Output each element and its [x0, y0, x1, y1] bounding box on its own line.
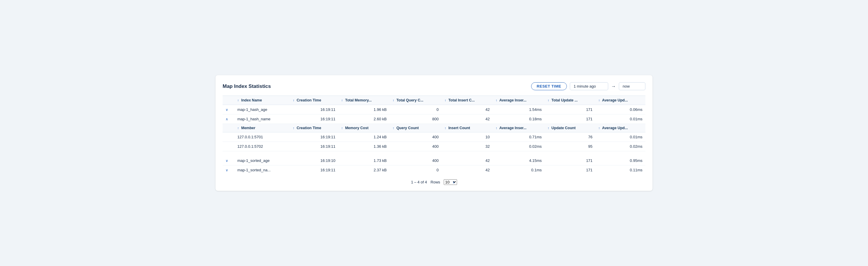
sub-cell-query-count: 400: [390, 142, 442, 151]
cell-avg-update: 0.01ms: [595, 114, 645, 124]
header-controls: RESET TIME →: [531, 82, 645, 90]
col-avg-update[interactable]: ↑ Average Upd...: [595, 96, 645, 105]
col-total-update[interactable]: ↑ Total Update ...: [545, 96, 595, 105]
cell-total-query: 0: [390, 165, 442, 175]
arrow-icon: →: [611, 84, 616, 89]
time-to-input[interactable]: [619, 82, 645, 90]
rows-label: Rows: [430, 180, 440, 184]
sort-icon-memory-cost: ↑: [341, 126, 343, 130]
sub-col-toggle: [223, 124, 235, 132]
expand-toggle-row2[interactable]: ∧: [223, 114, 235, 124]
sort-icon-total-insert: ↑: [445, 99, 446, 102]
reset-time-button[interactable]: RESET TIME: [531, 82, 567, 90]
sub-header-row: ↑ Member ↑ Creation Time ↑ Memory Cost ↑…: [223, 124, 645, 132]
sort-icon-total-update: ↑: [548, 99, 550, 102]
col-avg-insert[interactable]: ↑ Average Inser...: [493, 96, 545, 105]
sub-cell-update-count: 95: [545, 142, 595, 151]
spacer-row: [223, 151, 645, 156]
sub-col-avg-insert[interactable]: ↑ Average Inser...: [493, 124, 545, 132]
cell-avg-insert: 0.1ms: [493, 165, 545, 175]
cell-total-query: 400: [390, 156, 442, 165]
sub-cell-creation-time: 16:19:11: [290, 132, 338, 142]
sub-cell-creation-time: 16:19:11: [290, 142, 338, 151]
sub-table-row: 127.0.0.1:5702 16:19:11 1.36 kB 400 32 0…: [223, 142, 645, 151]
sub-cell-update-count: 76: [545, 132, 595, 142]
cell-creation-time: 16:19:11: [290, 114, 338, 124]
cell-total-query: 0: [390, 105, 442, 114]
page-title: Map Index Statistics: [223, 84, 271, 89]
sub-table-row: 127.0.0.1:5701 16:19:11 1.24 kB 400 10 0…: [223, 132, 645, 142]
cell-creation-time: 16:19:10: [290, 156, 338, 165]
col-total-query[interactable]: ↑ Total Query C...: [390, 96, 442, 105]
sub-row-toggle: [223, 132, 235, 142]
cell-index-name: map-1_sorted_na...: [235, 165, 290, 175]
sub-col-creation-time[interactable]: ↑ Creation Time: [290, 124, 338, 132]
sort-icon-query-count: ↑: [393, 126, 395, 130]
time-from-input[interactable]: [570, 82, 608, 90]
sub-cell-member: 127.0.0.1:5702: [235, 142, 290, 151]
cell-total-memory: 1.73 kB: [338, 156, 390, 165]
sub-cell-avg-update: 0.01ms: [595, 132, 645, 142]
sub-cell-memory-cost: 1.24 kB: [338, 132, 390, 142]
sub-col-insert-count[interactable]: ↑ Insert Count: [442, 124, 493, 132]
sub-col-member[interactable]: ↑ Member: [235, 124, 290, 132]
sub-cell-insert-count: 32: [442, 142, 493, 151]
sub-cell-avg-insert: 0.71ms: [493, 132, 545, 142]
sub-cell-memory-cost: 1.36 kB: [338, 142, 390, 151]
cell-index-name: map-1_hash_name: [235, 114, 290, 124]
cell-total-update: 171: [545, 105, 595, 114]
sort-icon-total-memory: ↑: [341, 99, 343, 102]
sub-cell-insert-count: 10: [442, 132, 493, 142]
pagination-info: 1 – 4 of 4: [411, 180, 427, 184]
sort-icon-index-name: ↑: [237, 99, 239, 102]
col-toggle: [223, 96, 235, 105]
cell-total-update: 171: [545, 156, 595, 165]
sub-cell-avg-insert: 0.02ms: [493, 142, 545, 151]
sub-col-update-count[interactable]: ↑ Update Count: [545, 124, 595, 132]
sort-icon-avg-update: ↑: [598, 99, 600, 102]
cell-avg-insert: 1.54ms: [493, 105, 545, 114]
table-row: ∨ map-1_sorted_na... 16:19:11 2.37 kB 0 …: [223, 165, 645, 175]
col-creation-time[interactable]: ↑ Creation Time: [290, 96, 338, 105]
cell-total-insert: 42: [442, 105, 493, 114]
cell-total-update: 171: [545, 165, 595, 175]
cell-total-insert: 42: [442, 114, 493, 124]
expand-toggle-row4[interactable]: ∨: [223, 165, 235, 175]
pagination-bar: 1 – 4 of 4 Rows 10 25 50 100: [223, 179, 645, 185]
col-index-name[interactable]: ↑ Index Name: [235, 96, 290, 105]
col-total-insert[interactable]: ↑ Total Insert C...: [442, 96, 493, 105]
table-row: ∧ map-1_hash_name 16:19:11 2.60 kB 800 4…: [223, 114, 645, 124]
sort-icon-sub-creation-time: ↑: [293, 126, 294, 130]
cell-index-name: map-1_sorted_age: [235, 156, 290, 165]
rows-per-page-select[interactable]: 10 25 50 100: [444, 179, 457, 185]
sort-icon-sub-avg-update: ↑: [598, 126, 600, 130]
cell-total-insert: 42: [442, 165, 493, 175]
cell-index-name: map-1_hash_age: [235, 105, 290, 114]
sub-col-memory-cost[interactable]: ↑ Memory Cost: [338, 124, 390, 132]
statistics-table: ↑ Index Name ↑ Creation Time ↑ Total Mem…: [223, 96, 645, 174]
sub-col-avg-update[interactable]: ↑ Average Upd...: [595, 124, 645, 132]
cell-avg-insert: 4.15ms: [493, 156, 545, 165]
sort-icon-sub-avg-insert: ↑: [496, 126, 497, 130]
sort-icon-creation-time: ↑: [293, 99, 294, 102]
sort-icon-insert-count: ↑: [445, 126, 446, 130]
cell-total-query: 800: [390, 114, 442, 124]
table-row: ∨ map-1_hash_age 16:19:11 1.96 kB 0 42 1…: [223, 105, 645, 114]
sub-cell-query-count: 400: [390, 132, 442, 142]
cell-avg-update: 0.06ms: [595, 105, 645, 114]
cell-creation-time: 16:19:11: [290, 105, 338, 114]
cell-total-memory: 2.60 kB: [338, 114, 390, 124]
sub-cell-member: 127.0.0.1:5701: [235, 132, 290, 142]
cell-creation-time: 16:19:11: [290, 165, 338, 175]
map-index-statistics-card: Map Index Statistics RESET TIME → ↑ Inde…: [216, 75, 652, 191]
expand-toggle-row3[interactable]: ∨: [223, 156, 235, 165]
sub-cell-avg-update: 0.02ms: [595, 142, 645, 151]
sort-icon-member: ↑: [237, 126, 239, 130]
col-total-memory[interactable]: ↑ Total Memory...: [338, 96, 390, 105]
expand-toggle-row1[interactable]: ∨: [223, 105, 235, 114]
sort-icon-total-query: ↑: [393, 99, 395, 102]
cell-avg-update: 0.95ms: [595, 156, 645, 165]
sub-col-query-count[interactable]: ↑ Query Count: [390, 124, 442, 132]
card-header: Map Index Statistics RESET TIME →: [223, 82, 645, 90]
sub-row-toggle: [223, 142, 235, 151]
